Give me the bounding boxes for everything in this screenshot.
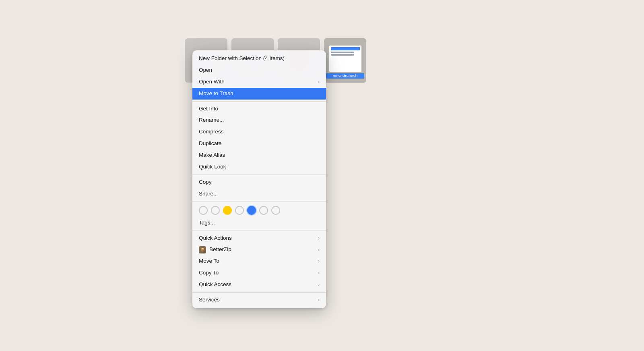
open-label: Open	[199, 66, 212, 74]
copy-label: Copy	[199, 179, 212, 186]
menu-item-move-to[interactable]: Move To ›	[192, 255, 326, 267]
compress-label: Compress	[199, 128, 224, 136]
make-alias-label: Make Alias	[199, 152, 225, 159]
menu-item-quick-actions[interactable]: Quick Actions ›	[192, 233, 326, 244]
menu-item-betterzip[interactable]: 📦 BetterZip ›	[192, 244, 326, 255]
separator-5	[192, 292, 326, 293]
move-to-label: Move To	[199, 258, 219, 265]
betterzip-chevron: ›	[318, 247, 320, 253]
menu-item-get-info[interactable]: Get Info	[192, 103, 326, 115]
quick-look-label: Quick Look	[199, 163, 226, 171]
new-folder-label: New Folder with Selection (4 Items)	[199, 55, 285, 62]
tag-dot-1[interactable]	[199, 206, 208, 215]
share-label: Share...	[199, 190, 218, 198]
menu-item-copy[interactable]: Copy	[192, 177, 326, 188]
menu-item-services[interactable]: Services ›	[192, 294, 326, 306]
open-with-label: Open With	[199, 78, 225, 86]
tag-dot-5[interactable]	[271, 206, 280, 215]
preview-bar1	[331, 47, 360, 50]
tag-dot-3[interactable]	[235, 206, 244, 215]
tags-row	[192, 204, 326, 217]
rename-label: Rename...	[199, 116, 224, 124]
file-preview	[329, 46, 361, 72]
open-with-chevron: ›	[318, 79, 320, 85]
services-chevron: ›	[318, 297, 320, 303]
quick-actions-chevron: ›	[318, 235, 320, 242]
menu-item-make-alias[interactable]: Make Alias	[192, 150, 326, 161]
menu-item-duplicate[interactable]: Duplicate	[192, 138, 326, 150]
separator-1	[192, 101, 326, 102]
copy-to-chevron: ›	[318, 270, 320, 276]
menu-item-rename[interactable]: Rename...	[192, 114, 326, 126]
file-label: move-to-trash	[326, 73, 364, 79]
get-info-label: Get Info	[199, 105, 218, 113]
context-menu: New Folder with Selection (4 Items) Open…	[192, 50, 326, 308]
menu-item-quick-look[interactable]: Quick Look	[192, 161, 326, 173]
betterzip-icon: 📦	[199, 246, 206, 253]
tag-dot-2[interactable]	[211, 206, 220, 215]
quick-access-chevron: ›	[318, 281, 320, 288]
separator-2	[192, 174, 326, 175]
preview-bar3	[331, 54, 354, 56]
menu-item-quick-access[interactable]: Quick Access ›	[192, 279, 326, 291]
menu-item-open-with[interactable]: Open With ›	[192, 76, 326, 88]
tag-dot-blue[interactable]	[247, 206, 256, 215]
quick-access-label: Quick Access	[199, 281, 231, 289]
menu-item-compress[interactable]: Compress	[192, 126, 326, 138]
menu-item-move-to-trash[interactable]: Move to Trash	[192, 88, 326, 100]
menu-item-copy-to[interactable]: Copy To ›	[192, 267, 326, 279]
move-to-chevron: ›	[318, 258, 320, 265]
menu-item-tags[interactable]: Tags...	[192, 217, 326, 229]
tag-dot-4[interactable]	[259, 206, 268, 215]
separator-4	[192, 231, 326, 231]
services-label: Services	[199, 296, 220, 304]
tags-label: Tags...	[199, 219, 215, 227]
preview-bar2	[331, 52, 354, 53]
duplicate-label: Duplicate	[199, 140, 221, 147]
quick-actions-label: Quick Actions	[199, 235, 232, 242]
file-icon-4: move-to-trash	[324, 38, 366, 83]
menu-item-new-folder[interactable]: New Folder with Selection (4 Items)	[192, 53, 326, 64]
move-to-trash-label: Move to Trash	[199, 90, 233, 98]
betterzip-label: BetterZip	[209, 246, 231, 253]
menu-item-share[interactable]: Share...	[192, 188, 326, 200]
separator-3	[192, 201, 326, 202]
menu-item-open[interactable]: Open	[192, 64, 326, 76]
tag-dot-yellow[interactable]	[223, 206, 232, 215]
copy-to-label: Copy To	[199, 269, 219, 277]
